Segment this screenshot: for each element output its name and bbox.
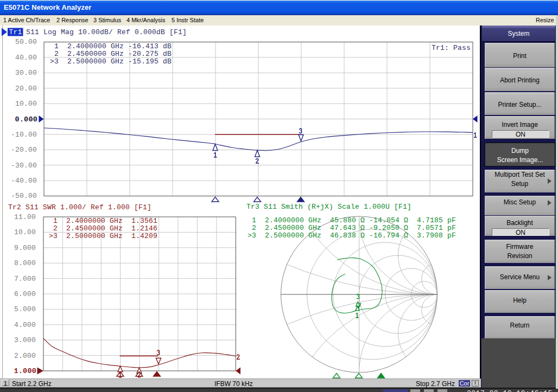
svg-text:9.000: 9.000 [14,244,36,252]
svg-text:Tr3 S11 Smith (R+jX) Scale 1.0: Tr3 S11 Smith (R+jX) Scale 1.000U [F1] [246,203,411,211]
svg-text:0.000: 0.000 [15,115,37,124]
svg-text:-40.00: -40.00 [11,177,37,185]
svg-text:Tr1: Tr1 [9,28,22,36]
svg-text:-30.00: -30.00 [11,162,37,170]
svg-text:7.000: 7.000 [14,275,36,283]
svg-text:3.000: 3.000 [14,336,36,344]
svg-text:1 2.4000000 GHz 1.3561: 1 2.4000000 GHz 1.3561 [49,217,157,225]
svg-text:1 2.4000000 GHz -16.413 dB: 1 2.4000000 GHz -16.413 dB [50,42,172,50]
svg-text:8.000: 8.000 [14,259,36,267]
svg-text:>3 2.5000000 GHz 1.4209: >3 2.5000000 GHz 1.4209 [49,232,157,240]
svg-text:-50.00: -50.00 [11,192,37,200]
svg-text:>3 2.5000000 GHz -15.195 dB: >3 2.5000000 GHz -15.195 dB [50,57,172,66]
svg-text:6.000: 6.000 [14,290,36,298]
svg-text:40.00: 40.00 [15,54,37,62]
svg-text:2 2.4500000 GHz -20.275 dB: 2 2.4500000 GHz -20.275 dB [50,50,172,58]
svg-text:2.000: 2.000 [14,352,36,360]
svg-text:4.000: 4.000 [14,321,36,329]
svg-text:Tr1: Pass: Tr1: Pass [432,44,471,52]
svg-text:2 2.4500000 GHz 47.643 Ω -9.: 2 2.4500000 GHz 47.643 Ω -9.2050 Ω 7.057… [243,224,456,232]
svg-text:-20.00: -20.00 [11,146,37,154]
svg-text:10.00: 10.00 [15,100,37,108]
svg-text:2 2.4500000 GHz 1.2146: 2 2.4500000 GHz 1.2146 [49,224,157,233]
svg-text:>3 2.5000000 GHz 46.838 Ω -1: >3 2.5000000 GHz 46.838 Ω -16.794 Ω 3.79… [243,232,456,240]
svg-text:50.00: 50.00 [15,38,37,46]
svg-text:1.000: 1.000 [14,367,36,375]
svg-text:Tr2 S11 SWR 1.000/ Ref 1.000 [: Tr2 S11 SWR 1.000/ Ref 1.000 [F1] [8,203,151,211]
svg-text:1 2.4000000 GHz 45.880 Ω -14: 1 2.4000000 GHz 45.880 Ω -14.054 Ω 4.718… [243,216,456,224]
svg-text:11.00: 11.00 [14,213,36,221]
svg-text:-10.00: -10.00 [11,131,37,139]
svg-text:5.000: 5.000 [14,305,36,313]
svg-text:30.00: 30.00 [15,69,37,77]
svg-text:S11 Log Mag 10.00dB/ Ref 0.000: S11 Log Mag 10.00dB/ Ref 0.000dB [F1] [26,28,187,36]
svg-text:10.00: 10.00 [14,228,36,236]
svg-text:20.00: 20.00 [15,85,37,93]
